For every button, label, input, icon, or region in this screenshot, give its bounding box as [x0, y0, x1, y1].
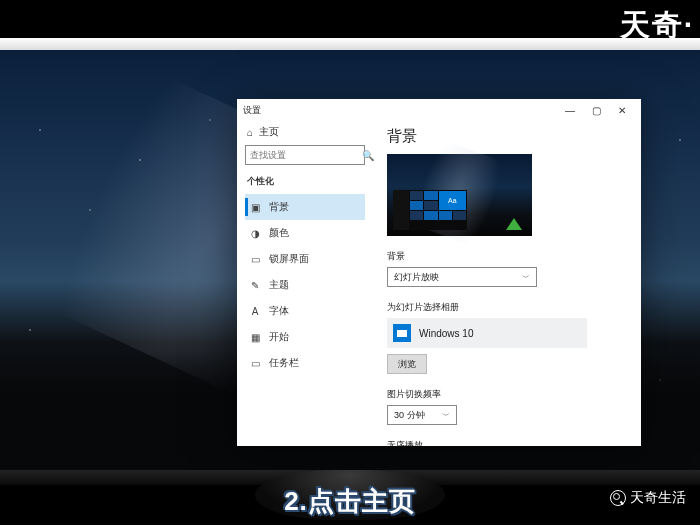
interval-value: 30 分钟 — [394, 409, 425, 422]
home-icon: ⌂ — [247, 127, 253, 138]
chevron-down-icon: ﹀ — [442, 410, 450, 421]
nav-taskbar[interactable]: ▭ 任务栏 — [245, 350, 365, 376]
window-titlebar[interactable]: 设置 — ▢ ✕ — [237, 99, 641, 121]
nav-taskbar-label: 任务栏 — [269, 356, 299, 370]
interval-label: 图片切换频率 — [387, 388, 627, 401]
window-title: 设置 — [243, 104, 261, 117]
background-preview: Aa — [387, 154, 532, 236]
nav-background-label: 背景 — [269, 200, 289, 214]
bg-label: 背景 — [387, 250, 627, 263]
home-link[interactable]: ⌂ 主页 — [245, 123, 365, 145]
window-maximize-button[interactable]: ▢ — [583, 99, 609, 121]
preview-start-overlay: Aa — [393, 190, 467, 230]
tent-icon — [506, 218, 522, 230]
nav-lockscreen-label: 锁屏界面 — [269, 252, 309, 266]
sidebar-category: 个性化 — [247, 175, 365, 188]
taskbar-icon: ▭ — [249, 358, 261, 369]
nav-background[interactable]: ▣ 背景 — [245, 194, 365, 220]
nav-start[interactable]: ▦ 开始 — [245, 324, 365, 350]
nav-start-label: 开始 — [269, 330, 289, 344]
interval-select[interactable]: 30 分钟 ﹀ — [387, 405, 457, 425]
nav-themes[interactable]: ✎ 主题 — [245, 272, 365, 298]
nav-fonts[interactable]: A 字体 — [245, 298, 365, 324]
home-label: 主页 — [259, 125, 279, 139]
brand-logo-icon — [610, 490, 626, 506]
palette-icon: ◑ — [249, 228, 261, 239]
preview-aa-tile: Aa — [439, 191, 467, 210]
window-minimize-button[interactable]: — — [557, 99, 583, 121]
folder-icon — [393, 324, 411, 342]
nav-lockscreen[interactable]: ▭ 锁屏界面 — [245, 246, 365, 272]
search-box[interactable]: 🔍 — [245, 145, 365, 165]
theme-icon: ✎ — [249, 280, 261, 291]
settings-window: 设置 — ▢ ✕ ⌂ 主页 🔍 个性化 ▣ 背景 ◑ 颜色 — [237, 99, 641, 446]
font-icon: A — [249, 306, 261, 317]
picture-icon: ▣ — [249, 202, 261, 213]
brand-watermark: 天奇生活 — [610, 489, 686, 507]
album-value: Windows 10 — [419, 328, 473, 339]
tutorial-caption: 2.点击主页 — [284, 484, 416, 519]
nav-colors-label: 颜色 — [269, 226, 289, 240]
bg-mode-select[interactable]: 幻灯片放映 ﹀ — [387, 267, 537, 287]
brand-text: 天奇生活 — [630, 489, 686, 507]
nav-fonts-label: 字体 — [269, 304, 289, 318]
page-heading: 背景 — [387, 127, 627, 146]
nav-themes-label: 主题 — [269, 278, 289, 292]
nav-colors[interactable]: ◑ 颜色 — [245, 220, 365, 246]
lock-icon: ▭ — [249, 254, 261, 265]
browse-button[interactable]: 浏览 — [387, 354, 427, 374]
shuffle-label: 无序播放 — [387, 439, 627, 446]
start-icon: ▦ — [249, 332, 261, 343]
bg-mode-value: 幻灯片放映 — [394, 271, 439, 284]
album-label: 为幻灯片选择相册 — [387, 301, 627, 314]
search-input[interactable] — [250, 150, 362, 160]
chevron-down-icon: ﹀ — [522, 272, 530, 283]
settings-content: 背景 Aa 背景 幻灯片放映 ﹀ 为幻灯片选择相册 — [373, 121, 641, 446]
monitor-bezel-top — [0, 38, 700, 50]
window-close-button[interactable]: ✕ — [609, 99, 635, 121]
settings-sidebar: ⌂ 主页 🔍 个性化 ▣ 背景 ◑ 颜色 ▭ 锁屏界面 ✎ 主题 — [237, 121, 373, 446]
album-row[interactable]: Windows 10 — [387, 318, 587, 348]
